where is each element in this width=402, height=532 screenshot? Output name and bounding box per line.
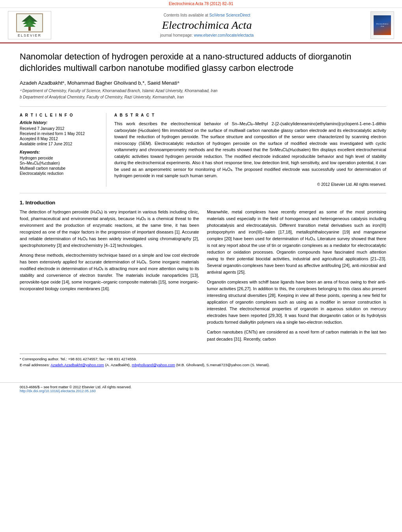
logo-inner-text: ElectrochimicaActa	[376, 23, 388, 28]
sciverse-link[interactable]: SciVerse ScienceDirect	[209, 13, 250, 17]
abstract-heading: A B S T R A C T	[114, 113, 386, 117]
electrochimica-logo: ElectrochimicaActa	[370, 11, 394, 39]
copyright-line: © 2012 Elsevier Ltd. All rights reserved…	[114, 182, 386, 187]
article-info-heading: A R T I C L E I N F O	[20, 113, 100, 117]
homepage-label: journal homepage:	[160, 33, 193, 37]
intro-col-left: The detection of hydrogen peroxide (H₂O₂…	[20, 209, 199, 346]
affiliation-b: b Department of Analytical Chemistry, Fa…	[20, 95, 386, 100]
intro-body: The detection of hydrogen peroxide (H₂O₂…	[20, 209, 386, 346]
intro-section-title: 1. Introduction	[20, 200, 386, 206]
intro-para-3: Meanwhile, metal complexes have recently…	[207, 209, 386, 276]
keyword-3: Multiwall carbon nanotube	[20, 166, 100, 171]
info-abstract-section: A R T I C L E I N F O Article history: R…	[20, 113, 386, 187]
affiliation-a: ᵃ Department of Chemistry, Faculty of Sc…	[20, 88, 386, 94]
corresponding-note: * Corresponding author. Tel.: +98 831 42…	[20, 356, 386, 361]
affiliations: ᵃ Department of Chemistry, Faculty of Sc…	[20, 88, 386, 100]
journal-homepage: journal homepage: www.elsevier.com/locat…	[51, 33, 363, 37]
intro-para-2: Among these methods, electrochemistry te…	[20, 252, 199, 292]
keyword-4: Electrocatalytic reduction	[20, 171, 100, 176]
intro-col-right: Meanwhile, metal complexes have recently…	[207, 209, 386, 346]
journal-title-area: Contents lists available at SciVerse Sci…	[51, 13, 363, 37]
abstract-text: This work describes the electrochemical …	[114, 120, 386, 179]
journal-header: ELSEVIER Contents lists available at Sci…	[0, 8, 402, 43]
email-name-2: (M.B. Gholivand), S.menati723@yahoo.com …	[176, 363, 270, 367]
svg-rect-2	[28, 27, 31, 31]
homepage-url[interactable]: www.elsevier.com/locate/electacta	[194, 33, 254, 37]
doi-line: http://dx.doi.org/10.1016/j.electacta.20…	[20, 389, 386, 393]
journal-name: Electrochimica Acta	[51, 19, 363, 32]
journal-logo-area: ElectrochimicaActa	[363, 11, 394, 39]
article-title: Nanomolar detection of hydrogen peroxide…	[20, 51, 386, 74]
keywords-label: Keywords:	[20, 150, 100, 154]
doi-link[interactable]: http://dx.doi.org/10.1016/j.electacta.20…	[20, 389, 96, 393]
issn-line: 0013-4686/$ – see front matter © 2012 El…	[20, 385, 386, 389]
elsevier-brand-text: ELSEVIER	[18, 33, 41, 37]
email-name-1: (A. Azadbakht),	[105, 363, 131, 367]
footnote-area: * Corresponding author. Tel.: +98 831 42…	[20, 354, 386, 368]
sciverse-text-static: Contents lists available at	[164, 13, 209, 17]
divider-1	[20, 106, 386, 107]
article-info-col: A R T I C L E I N F O Article history: R…	[20, 113, 106, 187]
elsevier-tree-icon	[16, 13, 43, 33]
email-link-2[interactable]: mbgholivand@yahoo.com	[132, 363, 175, 367]
elsevier-logo: ELSEVIER	[8, 11, 51, 39]
history-label: Article history:	[20, 120, 100, 125]
content-area: Nanomolar detection of hydrogen peroxide…	[0, 43, 402, 376]
accepted-date: Accepted 8 May 2012	[20, 137, 100, 141]
sciverse-line: Contents lists available at SciVerse Sci…	[51, 13, 363, 17]
authors-line: Azadeh Azadbakhtᵃ, Mohammad Bagher Gholi…	[20, 80, 386, 86]
email-link-1[interactable]: Azadeh.Azadbakht@yahoo.com	[50, 363, 104, 367]
keyword-1: Hydrogen peroxide	[20, 156, 100, 160]
bottom-bar: 0013-4686/$ – see front matter © 2012 El…	[0, 382, 402, 393]
intro-para-4: Organotin complexes with schiff base lig…	[207, 279, 386, 326]
keywords-section: Keywords: Hydrogen peroxide Sn–Me₂Cl₂(H₂…	[20, 150, 100, 176]
available-date: Available online 17 June 2012	[20, 142, 100, 146]
authors-text: Azadeh Azadbakhtᵃ, Mohammad Bagher Gholi…	[20, 80, 179, 86]
revised-date: Received in revised form 1 May 2012	[20, 132, 100, 136]
divider-2	[20, 193, 386, 193]
received-date: Received 7 January 2012	[20, 126, 100, 131]
intro-para-1: The detection of hydrogen peroxide (H₂O₂…	[20, 209, 199, 249]
emails-label: E-mail addresses:	[20, 363, 50, 367]
keyword-2: Sn–Me₂Cl₂(H₂cdsalen)	[20, 161, 100, 165]
intro-para-5: Carbon nanotubes (CNTs) are considered a…	[207, 329, 386, 342]
email-note: E-mail addresses: Azadeh.Azadbakht@yahoo…	[20, 362, 386, 367]
journal-reference: Electrochimica Acta 78 (2012) 82–91	[169, 2, 233, 6]
abstract-col: A B S T R A C T This work describes the …	[114, 113, 386, 187]
journal-reference-bar: Electrochimica Acta 78 (2012) 82–91	[0, 0, 402, 8]
